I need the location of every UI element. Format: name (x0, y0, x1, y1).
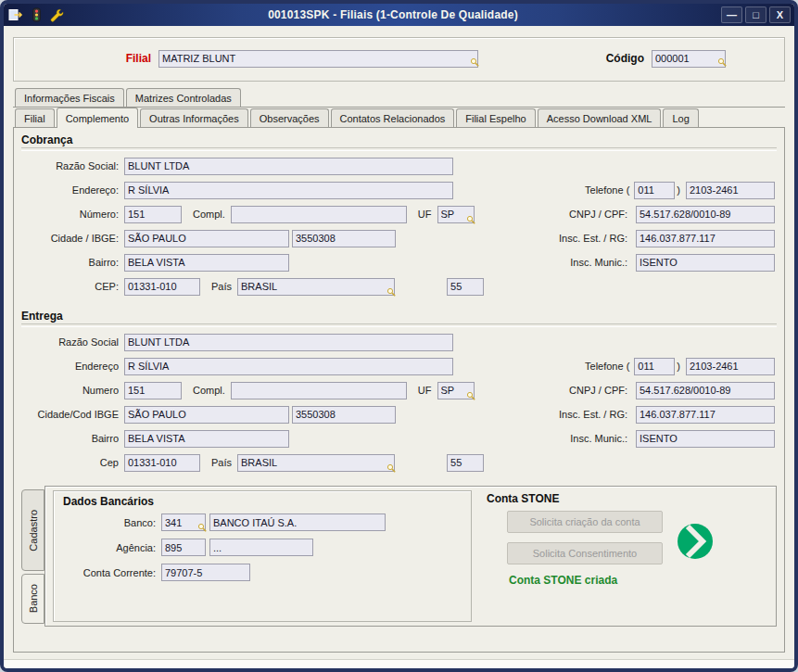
numero-label: Numero (21, 385, 119, 396)
bairro-input[interactable] (124, 430, 289, 448)
close-button[interactable]: X (769, 6, 791, 23)
cobranca-cep-row: CEP: País (21, 274, 777, 298)
telefone-input[interactable] (686, 358, 775, 375)
ibge-input[interactable] (292, 230, 396, 247)
conta-corrente-input[interactable] (161, 564, 250, 581)
razao-social-label: Razão Social (21, 336, 119, 348)
pais-input[interactable] (237, 454, 395, 472)
cidade-ibge-label: Cidade / IBGE: (21, 233, 119, 244)
cobranca-insc-est-row: Insc. Est. / RG: (523, 226, 775, 250)
cep-input[interactable] (124, 454, 200, 472)
tab-acesso-download-xml[interactable]: Acesso Download XML (538, 108, 662, 127)
solicita-criacao-button[interactable]: Solicita criação da conta (507, 511, 663, 533)
insc-mun-input[interactable] (636, 430, 775, 448)
ibge-input[interactable] (292, 406, 396, 424)
cep-input[interactable] (124, 278, 200, 296)
codigo-input[interactable] (652, 50, 726, 68)
title-bar: 001013SPK - Filiais (1-Controle De Quali… (4, 4, 794, 26)
pais-label: País (211, 457, 232, 468)
traffic-light-icon[interactable] (28, 6, 44, 23)
ddi-input[interactable] (447, 454, 484, 472)
lookup-icon[interactable] (717, 54, 727, 70)
cep-label: CEP: (21, 281, 119, 292)
bairro-input[interactable] (124, 254, 289, 272)
lookup-icon[interactable] (197, 523, 207, 534)
entrega-title: Entrega (21, 310, 777, 323)
conta-corrente-label: Conta Corrente: (63, 567, 156, 578)
lookup-icon[interactable] (466, 215, 475, 226)
cobranca-cnpj-row: CNPJ / CPF: (523, 202, 775, 226)
compl-input[interactable] (231, 382, 407, 399)
insc-est-input[interactable] (636, 230, 775, 247)
filial-input[interactable] (158, 50, 478, 68)
agencia-desc-input[interactable] (209, 539, 313, 556)
cobranca-insc-mun-row: Insc. Munic.: (523, 250, 775, 274)
cidade-input[interactable] (124, 406, 289, 424)
dados-bancarios-title: Dados Bancários (63, 495, 462, 508)
header-box: Filial Código (13, 37, 785, 82)
minimize-button[interactable]: — (721, 6, 742, 23)
compl-input[interactable] (231, 206, 407, 223)
ddd-input[interactable] (634, 358, 675, 375)
cobranca-telefone-row: Telefone ( ) (523, 178, 775, 202)
vertical-tab-banco[interactable]: Banco (21, 574, 44, 624)
filial-label: Filial (68, 52, 151, 65)
numero-input[interactable] (124, 206, 182, 223)
wrench-icon[interactable] (48, 6, 65, 23)
insc-mun-input[interactable] (636, 254, 775, 272)
codigo-field (652, 49, 726, 68)
solicita-consentimento-button[interactable]: Solicita Consentimento (507, 542, 663, 564)
tab-contatos-relacionados[interactable]: Contatos Relacionados (331, 108, 455, 127)
compl-label: Compl. (193, 385, 225, 396)
entrega-razao-row: Razão Social (21, 330, 777, 354)
entrega-telefone-row: Telefone ( ) (523, 354, 775, 378)
endereco-label: Endereço (21, 361, 119, 372)
tab-outras-informacoes[interactable]: Outras Informações (140, 108, 248, 127)
cidade-input[interactable] (124, 230, 289, 247)
endereco-input[interactable] (124, 358, 453, 375)
tab-log[interactable]: Log (663, 108, 698, 127)
maximize-button[interactable]: □ (745, 6, 766, 23)
razao-social-input[interactable] (124, 334, 453, 351)
lookup-icon[interactable] (470, 54, 479, 70)
tab-filial-espelho[interactable]: Filial Espelho (456, 108, 535, 127)
exit-icon[interactable] (7, 6, 24, 23)
agencia-input[interactable] (161, 539, 206, 556)
lookup-icon[interactable] (386, 287, 396, 298)
titlebar-toolbar (7, 6, 65, 23)
uf-field (437, 382, 475, 399)
lookup-icon[interactable] (386, 463, 396, 475)
tab-informacoes-fiscais[interactable]: Informações Fiscais (15, 88, 124, 107)
insc-mun-label: Insc. Munic.: (570, 257, 627, 268)
entrega-right-column: Telefone ( ) CNPJ / CPF: Insc. Est. / RG… (523, 354, 775, 450)
lookup-icon[interactable] (466, 391, 475, 402)
ddd-input[interactable] (634, 182, 675, 199)
entrega-insc-est-row: Insc. Est. / RG: (523, 402, 775, 426)
agencia-label: Agência: (63, 542, 156, 553)
telefone-input[interactable] (686, 182, 775, 199)
uf-label: UF (418, 209, 432, 220)
banco-code-field (161, 514, 206, 531)
tab-filial[interactable]: Filial (15, 108, 55, 127)
insc-est-input[interactable] (636, 406, 775, 424)
pais-input[interactable] (237, 278, 395, 296)
endereco-input[interactable] (124, 182, 453, 199)
entrega-insc-mun-row: Insc. Munic.: (523, 426, 775, 450)
vertical-tab-cadastro[interactable]: Cadastro (21, 489, 44, 571)
numero-input[interactable] (124, 382, 182, 399)
cnpj-input[interactable] (636, 206, 775, 223)
codigo-label: Código (551, 52, 644, 65)
tab-matrizes-controladas[interactable]: Matrizes Controladas (126, 88, 241, 107)
cobranca-razao-row: Razão Social: (21, 154, 777, 178)
telefone-close-paren: ) (677, 184, 680, 196)
tab-observacoes[interactable]: Observações (250, 108, 329, 127)
divider (21, 147, 777, 151)
tab-complemento[interactable]: Complemento (57, 108, 138, 128)
tab-row-outer: Informações Fiscais Matrizes Controladas (13, 87, 785, 108)
banco-name-input[interactable] (209, 514, 386, 531)
complemento-panel: Cobrança Razão Social: Endereço: Número:… (13, 128, 785, 653)
ddi-input[interactable] (447, 278, 484, 296)
razao-social-input[interactable] (124, 158, 453, 175)
cnpj-input[interactable] (636, 382, 775, 399)
banco-tab-panel: Dados Bancários Banco: Agência: (44, 486, 777, 627)
